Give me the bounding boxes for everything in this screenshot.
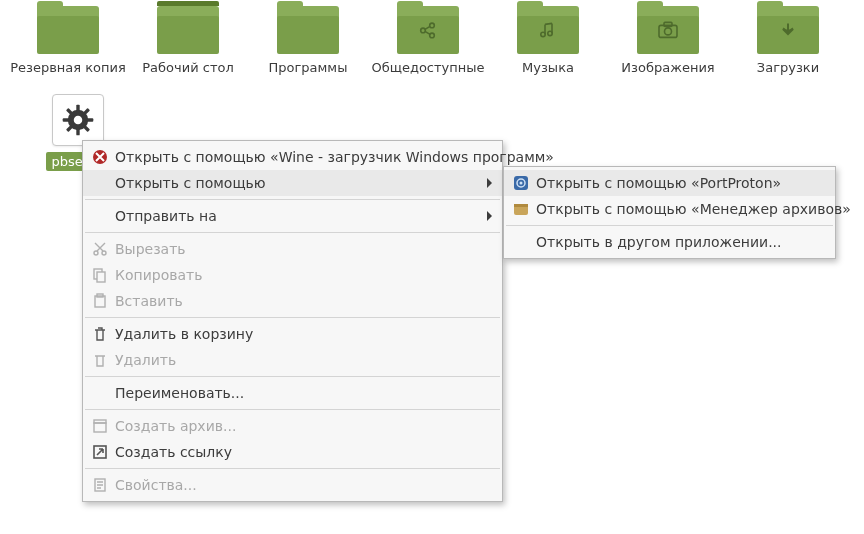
paste-icon [91,292,109,310]
folder-icon [277,6,339,54]
menu-separator [85,376,500,377]
svg-rect-36 [514,204,528,207]
music-icon [538,20,558,44]
svg-rect-14 [63,118,70,121]
link-icon [91,443,109,461]
props-icon [91,476,109,494]
folder-label: Общедоступные [371,60,484,75]
archive-icon [91,417,109,435]
svg-point-22 [94,251,98,255]
menu-label: Открыть с помощью «PortProton» [536,175,825,191]
svg-rect-9 [664,22,672,26]
submenu-arrow-icon [487,178,492,188]
folder-label: Загрузки [757,60,819,75]
menu-separator [85,409,500,410]
menu-create-link[interactable]: Создать ссылку [83,439,502,465]
desktop-view: Резервная копия Рабочий стол Программы О… [0,0,864,75]
cut-icon [91,240,109,258]
menu-label: Создать архив... [115,418,492,434]
folder-backup[interactable]: Резервная копия [8,6,128,75]
wine-icon [91,148,109,166]
menu-cut[interactable]: Вырезать [83,236,502,262]
svg-line-4 [425,31,430,34]
menu-open-with-wine[interactable]: Открыть с помощью «Wine - загрузчик Wind… [83,144,502,170]
folder-icon [397,6,459,54]
submenu-arrow-icon [487,211,492,221]
menu-label: Открыть в другом приложении... [536,234,825,250]
menu-separator [506,225,833,226]
svg-rect-13 [76,129,79,136]
submenu-other-app[interactable]: Открыть в другом приложении... [504,229,835,255]
svg-point-34 [520,182,523,185]
menu-properties[interactable]: Свойства... [83,472,502,498]
menu-label: Вырезать [115,241,492,257]
copy-icon [91,266,109,284]
menu-label: Создать ссылку [115,444,492,460]
folder-icon [37,6,99,54]
folder-icon [637,6,699,54]
gear-icon [52,94,104,146]
submenu-open-with: Открыть с помощью «PortProton» Открыть с… [503,166,836,259]
folder-pictures[interactable]: Изображения [608,6,728,75]
folder-icon [157,6,219,54]
folder-programs[interactable]: Программы [248,6,368,75]
folder-icon [517,6,579,54]
menu-label: Открыть с помощью «Менеджер архивов» [536,201,851,217]
download-icon [778,20,798,44]
folder-downloads[interactable]: Загрузки [728,6,848,75]
folder-label: Изображения [621,60,714,75]
folder-label: Музыка [522,60,574,75]
portproton-icon [512,174,530,192]
svg-point-23 [102,251,106,255]
camera-icon [657,20,679,44]
svg-point-1 [430,23,435,28]
svg-marker-10 [782,29,794,35]
folder-icon [757,6,819,54]
svg-point-6 [548,31,552,35]
menu-rename[interactable]: Переименовать... [83,380,502,406]
trash-icon [91,325,109,343]
delete-icon [91,351,109,369]
menu-label: Открыть с помощью [115,175,479,191]
menu-label: Удалить в корзину [115,326,492,342]
menu-separator [85,232,500,233]
menu-separator [85,317,500,318]
submenu-portproton[interactable]: Открыть с помощью «PortProton» [504,170,835,196]
svg-rect-25 [97,272,105,282]
svg-point-5 [541,32,545,36]
menu-label: Свойства... [115,477,492,493]
menu-paste[interactable]: Вставить [83,288,502,314]
svg-point-8 [665,28,672,35]
menu-copy[interactable]: Копировать [83,262,502,288]
folder-public[interactable]: Общедоступные [368,6,488,75]
menu-label: Переименовать... [115,385,492,401]
menu-label: Отправить на [115,208,479,224]
svg-point-2 [430,33,435,38]
menu-delete[interactable]: Удалить [83,347,502,373]
context-menu: Открыть с помощью «Wine - загрузчик Wind… [82,140,503,502]
menu-separator [85,468,500,469]
folder-label: Резервная копия [10,60,126,75]
menu-label: Удалить [115,352,492,368]
folder-desktop[interactable]: Рабочий стол [128,6,248,75]
menu-open-with[interactable]: Открыть с помощью [83,170,502,196]
menu-separator [85,199,500,200]
svg-line-3 [425,26,430,29]
share-icon [418,20,438,44]
menu-move-to-trash[interactable]: Удалить в корзину [83,321,502,347]
svg-rect-28 [94,423,106,432]
folder-label: Программы [269,60,348,75]
svg-point-0 [421,28,426,33]
menu-label: Копировать [115,267,492,283]
svg-rect-12 [76,105,79,112]
menu-send-to[interactable]: Отправить на [83,203,502,229]
menu-label: Вставить [115,293,492,309]
folder-music[interactable]: Музыка [488,6,608,75]
folder-label: Рабочий стол [142,60,233,75]
svg-rect-15 [87,118,94,121]
svg-rect-29 [94,420,106,423]
menu-create-archive[interactable]: Создать архив... [83,413,502,439]
submenu-archive-manager[interactable]: Открыть с помощью «Менеджер архивов» [504,196,835,222]
svg-point-20 [74,116,83,125]
archive-mgr-icon [512,200,530,218]
